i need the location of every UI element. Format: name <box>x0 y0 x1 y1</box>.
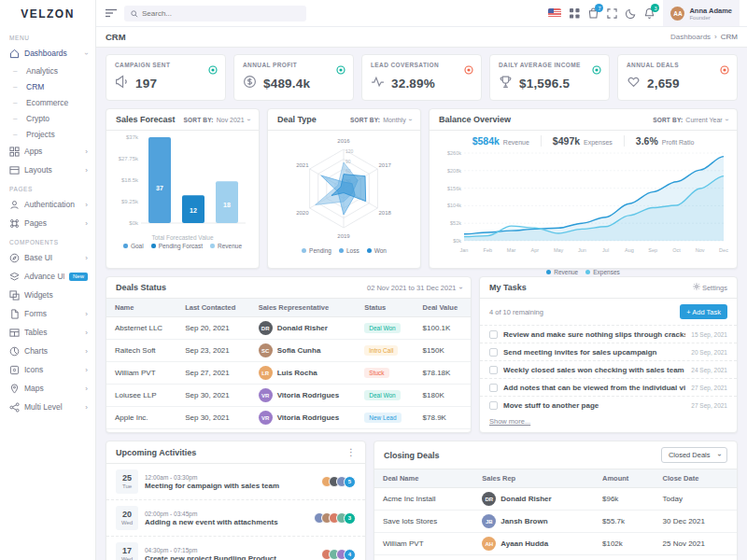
activities-menu-icon[interactable]: ⋮ <box>346 447 356 457</box>
avatar: VR <box>259 411 273 425</box>
chevron-right-icon: › <box>85 403 88 412</box>
legend-dot <box>339 248 344 253</box>
sidebar-subitem-crypto[interactable]: –Crypto <box>0 110 95 126</box>
sidebar-subitem-ecommerce[interactable]: –Ecommerce <box>0 94 95 110</box>
status-badge: Intro Call <box>364 345 398 356</box>
sidebar-item-layouts[interactable]: Layouts› <box>0 161 95 179</box>
sidebar-item-dashboards[interactable]: Dashboards› <box>0 44 95 63</box>
activity-avatars: 3 <box>314 512 356 525</box>
task-date: 20 Sep, 2021 <box>691 349 727 356</box>
search-input[interactable] <box>142 9 300 18</box>
user-menu[interactable]: AA Anna Adame Founder <box>663 0 740 26</box>
sidebar-item-authentication[interactable]: Authentication› <box>0 195 95 214</box>
hearts-icon <box>627 75 641 92</box>
task-text[interactable]: Send meeting invites for sales upcampaig… <box>503 348 685 357</box>
dark-mode-moon-icon[interactable] <box>626 8 636 19</box>
deal-type-card: Deal Type SORT BY: Monthly › 20162017201… <box>267 108 421 269</box>
sidebar-subitem-crm[interactable]: –CRM <box>0 78 95 94</box>
sales-rep-cell: AHAyaan Hudda <box>473 533 594 555</box>
breadcrumb-root[interactable]: Dashboards <box>670 33 711 41</box>
sidebar-item-maps[interactable]: Maps› <box>0 379 95 398</box>
hamburger-icon[interactable] <box>106 8 117 18</box>
chevron-down-icon: › <box>723 119 729 120</box>
sidebar-item-label: Pages <box>24 218 80 228</box>
avatar: AH <box>482 537 496 551</box>
task-text[interactable]: Move stuff to another page <box>503 401 685 410</box>
add-task-button[interactable]: + Add Task <box>680 304 727 319</box>
tasks-list: Review and make sure nothing slips throu… <box>480 325 737 413</box>
sales-rep-name: Sofia Cunha <box>277 346 321 355</box>
task-checkbox[interactable] <box>489 366 498 374</box>
task-checkbox[interactable] <box>489 401 498 410</box>
search-box[interactable] <box>124 6 306 21</box>
trophy-icon <box>499 75 513 92</box>
activity-time: 04:30pm - 07:15pm <box>145 547 315 553</box>
sidebar-item-icons[interactable]: Icons› <box>0 360 95 379</box>
close-date-cell: Today <box>655 488 737 511</box>
stat-card-1: ANNUAL PROFIT$489.4k <box>233 54 354 101</box>
apps-grid-icon[interactable] <box>570 8 580 19</box>
language-flag-icon[interactable] <box>548 8 561 18</box>
indicator-success-icon <box>208 62 218 78</box>
notifications-bell-icon[interactable]: 3 <box>644 7 655 19</box>
chevron-right-icon: › <box>85 329 88 337</box>
task-checkbox[interactable] <box>489 384 498 392</box>
deals-date-range-dropdown[interactable]: 02 Nov 2021 to 31 Dec 2021 › <box>367 284 461 292</box>
task-date: 27 Sep, 2021 <box>691 402 727 409</box>
sidebar-item-base-ui[interactable]: Base UI› <box>0 248 95 267</box>
cart-icon[interactable]: 7 <box>588 7 599 19</box>
sidebar-item-apps[interactable]: Apps› <box>0 142 95 161</box>
closed-deals-select[interactable]: Closed Deals › <box>661 447 727 463</box>
cell <box>594 555 655 560</box>
stat-value: $1,596.5 <box>519 77 570 91</box>
task-checkbox[interactable] <box>489 330 498 339</box>
sidebar-subitem-analytics[interactable]: –Analytics <box>0 63 95 78</box>
balance-overview-sort-dropdown[interactable]: SORT BY: Current Year › <box>653 117 727 123</box>
sidebar-subitem-label: Ecommerce <box>26 98 68 107</box>
sidebar-item-label: Widgets <box>24 290 88 300</box>
task-row: Weekly closed sales won checking with sa… <box>480 360 737 378</box>
brand-logo[interactable]: VELZON <box>0 0 95 28</box>
activity-title[interactable]: Adding a new event with attachments <box>145 518 307 526</box>
legend-item-pending: Pending <box>302 247 331 254</box>
upcoming-activities-title: Upcoming Activities <box>116 448 196 457</box>
activity-title[interactable]: Meeting for campaign with sales team <box>145 482 315 490</box>
box-icon <box>9 365 20 375</box>
sidebar-item-advance-ui[interactable]: Advance UINew <box>0 267 95 286</box>
show-more-link[interactable]: Show more... <box>480 413 737 431</box>
task-text[interactable]: Add notes that can be viewed from the in… <box>503 384 685 392</box>
task-checkbox[interactable] <box>489 348 498 357</box>
chevron-right-icon: › <box>85 219 88 228</box>
deal-type-sort-dropdown[interactable]: SORT BY: Monthly › <box>350 117 411 123</box>
tasks-settings-button[interactable]: Settings <box>693 283 727 292</box>
sidebar-item-charts[interactable]: Charts› <box>0 342 95 360</box>
task-text[interactable]: Review and make sure nothing slips throu… <box>503 330 685 339</box>
activity-day: 17 <box>122 547 132 556</box>
chevron-down-icon: › <box>245 119 251 120</box>
svg-text:Jul: Jul <box>602 247 609 253</box>
sales-rep-cell: VRVitoria Rodrigues <box>250 407 357 429</box>
legend-item-won: Won <box>367 247 387 254</box>
svg-text:2021: 2021 <box>296 162 309 168</box>
balance-summary-label: Profit Ratio <box>662 139 695 146</box>
chevron-right-icon: › <box>85 254 88 262</box>
sidebar-item-pages[interactable]: Pages› <box>0 214 95 232</box>
sidebar-item-forms[interactable]: Forms› <box>0 304 95 323</box>
svg-text:$260k: $260k <box>447 150 461 156</box>
activity-title[interactable]: Create new project Bundling Product <box>145 554 315 560</box>
sidebar-item-multi-level[interactable]: Multi Level› <box>0 398 95 416</box>
last-contacted-cell: Sep 23, 2021 <box>176 340 249 362</box>
task-text[interactable]: Weekly closed sales won checking with sa… <box>503 366 685 374</box>
sidebar-item-tables[interactable]: Tables› <box>0 323 95 342</box>
avatar: LR <box>259 366 273 380</box>
sales-forecast-sort-dropdown[interactable]: SORT BY: Nov 2021 › <box>184 117 250 123</box>
fullscreen-icon[interactable] <box>607 8 617 19</box>
stat-card-3: DAILY AVERAGE INCOME$1,596.5 <box>489 54 610 101</box>
sales-rep-cell: SCSofia Cunha <box>250 340 357 362</box>
sidebar-item-widgets[interactable]: Widgets <box>0 286 95 304</box>
deal-name-cell: Absternet LLC <box>106 317 176 340</box>
status-cell: Stuck <box>356 362 414 385</box>
table-row: Loiusee LLPSep 30, 2021VRVitoria Rodrigu… <box>106 385 471 407</box>
sidebar-subitem-projects[interactable]: –Projects <box>0 126 95 142</box>
sidebar-item-label: Apps <box>24 147 80 156</box>
